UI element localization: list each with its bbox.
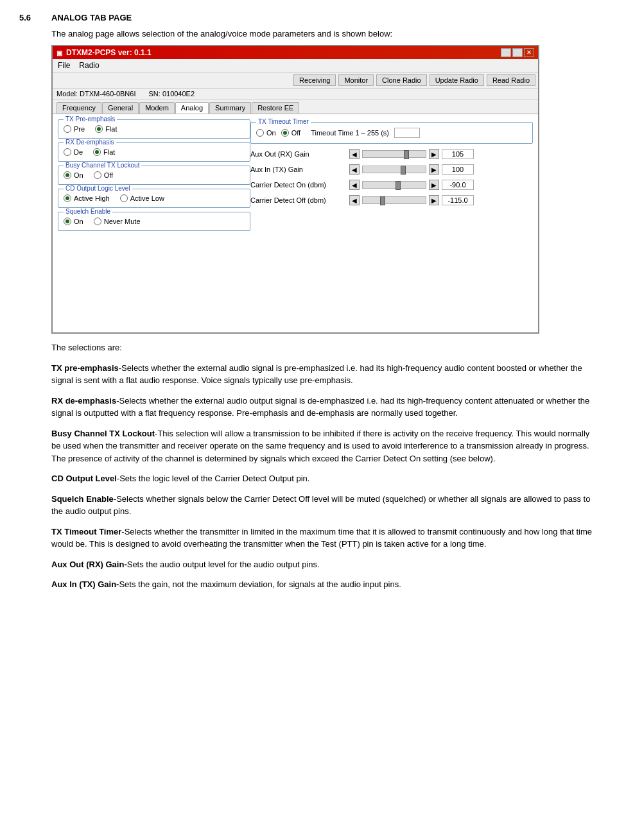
cd-on-left-arrow[interactable]: ◀ [349,180,360,190]
squelch-never-mute-option[interactable]: Never Mute [94,218,141,225]
cd-off-value: -115.0 [442,195,474,205]
aux-in-row: Aux In (TX) Gain ◀ ▶ 100 [250,164,533,175]
squelch-enable-label: Squelch Enable [64,208,112,215]
timeout-off-radio[interactable] [281,129,289,137]
busy-on-radio[interactable] [64,171,71,179]
active-low-option[interactable]: Active Low [120,194,164,202]
tab-general[interactable]: General [102,102,139,114]
cd-output-bold: CD Output Level [51,474,117,483]
monitor-button[interactable]: Monitor [338,74,374,86]
rx-de-emphasis-bold: RX de-emphasis [51,396,116,406]
body-text-section: The selections are: TX pre-emphasis-Sele… [51,341,598,591]
rx-de-label: De [74,148,83,156]
tab-frequency[interactable]: Frequency [56,102,101,114]
tab-analog[interactable]: Analog [175,102,209,114]
update-radio-button[interactable]: Update Radio [430,74,484,86]
tab-restore-ee[interactable]: Restore EE [252,102,299,114]
receiving-button[interactable]: Receiving [293,74,336,86]
tx-pre-label: Pre [74,125,85,133]
cd-off-right-arrow[interactable]: ▶ [429,195,439,205]
tx-pre-emphasis-group: TX Pre-emphasis Pre Flat [58,119,250,139]
selections-intro-para: The selections are: [51,341,598,354]
cd-off-left-arrow[interactable]: ◀ [349,195,360,205]
rx-flat-radio[interactable] [93,148,101,156]
section-title: ANALOG TAB PAGE [51,13,132,22]
squelch-on-option[interactable]: On [64,218,83,225]
active-low-radio[interactable] [120,194,128,202]
minimize-button[interactable]: _ [501,48,511,57]
app-icon: ▣ [56,49,62,56]
aux-in-slider-track[interactable] [362,166,426,173]
rx-flat-option[interactable]: Flat [93,148,115,156]
cd-on-right-arrow[interactable]: ▶ [429,180,439,190]
two-col-layout: TX Pre-emphasis Pre Flat [58,119,533,235]
timeout-on-radio[interactable] [256,129,264,137]
timeout-off-label: Off [291,129,300,137]
active-high-label: Active High [74,194,110,202]
tx-flat-option[interactable]: Flat [95,125,117,133]
busy-off-radio[interactable] [94,171,101,179]
busy-on-option[interactable]: On [64,171,83,179]
rx-de-emphasis-label: RX De-emphasis [64,139,116,146]
aux-out-right-arrow[interactable]: ▶ [429,149,439,159]
toolbar: Receiving Monitor Clone Radio Update Rad… [53,73,538,89]
timeout-on-option[interactable]: On [256,129,276,137]
cd-output-desc: CD Output Level-Sets the logic level of … [51,472,598,485]
aux-out-slider-row: Aux Out (RX) Gain ◀ ▶ 105 [250,149,533,159]
section-intro: The analog page allows selection of the … [51,29,598,39]
busy-channel-options: On Off [64,171,245,179]
close-button[interactable]: ✕ [524,48,534,57]
cd-on-label: Carrier Detect On (dbm) [250,181,347,189]
rx-de-radio[interactable] [64,148,71,156]
tx-pre-option[interactable]: Pre [64,125,85,133]
cd-off-slider-track[interactable] [362,196,426,204]
timeout-time-input[interactable] [394,128,420,138]
squelch-enable-bold: Squelch Enable [51,494,114,504]
right-column: TX Timeout Timer On Off Timeout Time 1 –… [250,119,533,235]
aux-in-label: Aux In (TX) Gain [250,166,347,173]
model-label: Model: DTXM-460-0BN6I [56,90,136,98]
tx-pre-radio[interactable] [64,125,71,133]
menu-radio[interactable]: Radio [76,60,101,71]
timeout-off-option[interactable]: Off [281,129,300,137]
busy-off-option[interactable]: Off [94,171,113,179]
busy-channel-group: Busy Channel TX Lockout On Off [58,166,250,185]
carrier-detect-off-row: Carrier Detect Off (dbm) ◀ ▶ -115.0 [250,195,533,205]
aux-out-slider-track[interactable] [362,150,426,158]
cd-output-options: Active High Active Low [64,194,245,202]
maximize-button[interactable]: □ [512,48,523,57]
rx-de-option[interactable]: De [64,148,83,156]
tab-summary[interactable]: Summary [209,102,251,114]
tx-pre-emphasis-label: TX Pre-emphasis [64,116,117,123]
aux-in-slider-thumb[interactable] [401,166,406,175]
aux-out-left-arrow[interactable]: ◀ [349,149,360,159]
aux-in-left-arrow[interactable]: ◀ [349,164,360,175]
timeout-on-label: On [266,129,276,137]
cd-output-rest: -Sets the logic level of the Carrier Det… [117,474,310,483]
rx-flat-label: Flat [103,148,115,156]
squelch-enable-rest: -Selects whether signals below the Carri… [51,494,590,517]
window-wrap: ▣ DTXM2-PCPS ver: 0.1.1 _ □ ✕ File Radio… [51,45,598,334]
squelch-never-mute-radio[interactable] [94,218,101,225]
aux-out-label: Aux Out (RX) Gain [250,150,347,158]
menu-file[interactable]: File [55,60,73,71]
active-high-radio[interactable] [64,194,71,202]
cd-on-slider-track[interactable] [362,181,426,189]
active-high-option[interactable]: Active High [64,194,110,202]
tab-modem[interactable]: Modem [139,102,175,114]
read-radio-button[interactable]: Read Radio [487,74,535,86]
aux-out-slider-thumb[interactable] [404,150,409,159]
aux-in-right-arrow[interactable]: ▶ [429,164,439,175]
tx-timeout-rest: -Selects whether the transmitter in limi… [51,527,592,549]
cd-on-slider-thumb[interactable] [395,181,401,190]
tx-pre-emphasis-bold: TX pre-emphasis [51,363,119,373]
rx-de-emphasis-group: RX De-emphasis De Flat [58,142,250,162]
squelch-on-radio[interactable] [64,218,71,225]
tx-flat-radio[interactable] [95,125,103,133]
cd-off-slider-thumb[interactable] [380,196,385,205]
rx-de-emphasis-options: De Flat [64,148,245,156]
tx-pre-emphasis-options: Pre Flat [64,125,245,133]
cd-on-value: -90.0 [442,180,474,190]
sn-label: SN: 010040E2 [149,90,195,98]
clone-radio-button[interactable]: Clone Radio [376,74,427,86]
